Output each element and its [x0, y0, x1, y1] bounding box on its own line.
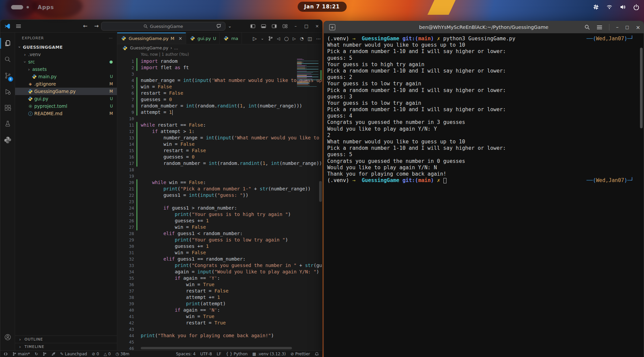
- split-editor-icon[interactable]: ◫: [308, 36, 312, 41]
- vscode-title-bar[interactable]: ← → GuessingGame ⌄ – □: [0, 20, 322, 33]
- minimize-button[interactable]: –: [292, 24, 299, 29]
- code-line[interactable]: 6restart = False: [117, 90, 322, 96]
- code-line[interactable]: 44print("Thank you for playing come back…: [117, 332, 322, 339]
- account-button[interactable]: [0, 333, 15, 341]
- code-line[interactable]: 27 win = False: [117, 224, 322, 230]
- code-line[interactable]: 3: [117, 71, 322, 77]
- menu-hamburger-icon[interactable]: [16, 24, 21, 29]
- power-icon[interactable]: [633, 4, 639, 10]
- more-actions-icon[interactable]: ⋯: [109, 36, 113, 40]
- code-line[interactable]: 18: [117, 167, 322, 173]
- timeline-run-icon[interactable]: ◔: [300, 36, 303, 41]
- status-.venv (3.12.3)[interactable]: ▦.venv (3.12.3): [252, 352, 286, 356]
- copilot-icon[interactable]: [215, 24, 223, 29]
- activity-run-debug[interactable]: [0, 84, 15, 100]
- status-{ } Python[interactable]: { } Python: [226, 352, 248, 356]
- activity-python[interactable]: [0, 132, 15, 148]
- tab-gui.py[interactable]: gui.pyU: [186, 33, 220, 44]
- code-line[interactable]: 17 random_number = int(random.randint(1,…: [117, 160, 322, 167]
- status-branch2[interactable]: [43, 352, 47, 356]
- editor-scrollbar[interactable]: [319, 181, 322, 202]
- status-Launchpad[interactable]: ✎Launchpad: [60, 352, 87, 356]
- code-line[interactable]: 28 elif guess1 < random_number:: [117, 230, 322, 237]
- status-Prettier[interactable]: ⊘Prettier: [291, 352, 310, 356]
- status-rocket[interactable]: [51, 352, 55, 356]
- activity-source-control[interactable]: 8: [0, 68, 15, 84]
- code-line[interactable]: 40 if again == 'N':: [117, 307, 322, 313]
- activity-extensions[interactable]: [0, 100, 15, 116]
- more-actions-icon[interactable]: ⋯: [316, 36, 321, 41]
- activity-testing[interactable]: [0, 116, 15, 132]
- code-line[interactable]: 12 if attempt > 1:: [117, 128, 322, 135]
- terminal-title-bar[interactable]: + ben@WhYsMyScReEnBlAcK:~/Python/Guessin…: [324, 21, 644, 33]
- code-line[interactable]: 37 restart = False: [117, 288, 322, 294]
- status-0[interactable]: ⊘0: [92, 352, 99, 356]
- timeline-section[interactable]: › TIMELINE: [15, 343, 117, 350]
- editor-horizontal-scrollbar[interactable]: [141, 347, 292, 349]
- code-line[interactable]: 23: [117, 198, 322, 205]
- layout-sidebar-right-icon[interactable]: [270, 24, 278, 28]
- run-python-file-button[interactable]: ▷: [253, 36, 257, 42]
- code-line[interactable]: 39 print(attempt): [117, 301, 322, 307]
- file-row-src[interactable]: ›src●: [15, 58, 117, 65]
- menu-icon[interactable]: [597, 25, 602, 30]
- code-line[interactable]: 4number_range = int(input('What number w…: [117, 77, 322, 84]
- code-line[interactable]: 9attempt = 1: [117, 109, 322, 116]
- code-line[interactable]: 14 win = False: [117, 141, 322, 147]
- minimize-button[interactable]: –: [616, 24, 619, 30]
- tab-ma[interactable]: ma: [220, 33, 242, 44]
- code-line[interactable]: 8random_number = int(random.randint(1, i…: [117, 103, 322, 109]
- maximize-button[interactable]: □: [625, 25, 629, 30]
- code-line[interactable]: 16 guesses = 0: [117, 154, 322, 160]
- file-row-.venv[interactable]: ›.venv: [15, 51, 117, 58]
- code-line[interactable]: 2import flet as ft: [117, 64, 322, 71]
- code-line[interactable]: 33 print("Congrats you guessed the numbe…: [117, 262, 322, 269]
- open-changes-icon[interactable]: [268, 36, 273, 41]
- code-line[interactable]: 25 print("Your guess is to high try agai…: [117, 211, 322, 218]
- code-line[interactable]: 31 win = False: [117, 250, 322, 256]
- status-38m[interactable]: ◷38m: [116, 352, 129, 356]
- code-line[interactable]: 26 guesses += 1: [117, 218, 322, 224]
- code-line[interactable]: 24 if guess1 > random_number:: [117, 205, 322, 211]
- customize-layout-icon[interactable]: [281, 24, 289, 28]
- tab-GuessingGame.py[interactable]: GuessingGame.pyM×: [117, 33, 186, 44]
- code-line[interactable]: 34 again = input("Would you like to play…: [117, 269, 322, 275]
- layout-panel-icon[interactable]: [260, 24, 267, 28]
- status-sync[interactable]: ↻: [35, 352, 38, 356]
- new-tab-icon[interactable]: +: [329, 24, 335, 30]
- minimap[interactable]: [296, 59, 319, 146]
- code-line[interactable]: 21 print("Pick a random number 1-" + str…: [117, 186, 322, 192]
- code-line[interactable]: 19: [117, 173, 322, 179]
- clock-button[interactable]: Jan 7 18:21: [297, 2, 346, 12]
- search-icon[interactable]: [585, 25, 590, 30]
- widgets-icon[interactable]: [593, 4, 599, 10]
- file-row-assets[interactable]: ›assets: [15, 65, 117, 73]
- file-row-.gitignore[interactable]: ◈.gitignoreM: [15, 80, 117, 88]
- code-line[interactable]: 15 restart = False: [117, 147, 322, 154]
- prev-change-icon[interactable]: ◁: [277, 36, 280, 41]
- close-button[interactable]: ×: [313, 24, 321, 29]
- code-line[interactable]: 41 win = True: [117, 313, 322, 320]
- layout-sidebar-left-icon[interactable]: [249, 24, 256, 28]
- activity-explorer[interactable]: [0, 35, 15, 51]
- code-line[interactable]: 32 elif guess1 == random_number:: [117, 256, 322, 262]
- terminal-content[interactable]: (.venv) → GuessingGame git:(main) ✗ pyth…: [324, 33, 644, 357]
- code-line[interactable]: 45: [117, 339, 322, 345]
- status-0[interactable]: △0: [104, 352, 111, 356]
- code-line[interactable]: 43: [117, 326, 322, 332]
- code-line[interactable]: 22 guess1 = int(input("guess: ")): [117, 192, 322, 198]
- code-line[interactable]: 38 attempt += 1: [117, 294, 322, 301]
- code-line[interactable]: 13 number_range = int(input('What number…: [117, 135, 322, 141]
- next-change-icon[interactable]: ▷: [293, 36, 296, 41]
- code-line[interactable]: 35 if again == 'Y':: [117, 275, 322, 281]
- code-line[interactable]: 11while restart == False:: [117, 122, 322, 128]
- status-remote[interactable]: [4, 352, 8, 356]
- code-line[interactable]: 29 print("Your guess is to low try again…: [117, 237, 322, 243]
- code-editor[interactable]: 1import random2import flet as ft34number…: [117, 57, 322, 350]
- maximize-button[interactable]: □: [303, 24, 310, 29]
- breadcrumb-file[interactable]: GuessingGame.py: [130, 45, 168, 50]
- file-row-main.py[interactable]: main.pyU: [15, 73, 117, 80]
- nav-forward-button[interactable]: →: [94, 23, 98, 29]
- status-LF[interactable]: LF: [217, 352, 221, 356]
- chevron-down-icon[interactable]: ⌄: [226, 24, 233, 29]
